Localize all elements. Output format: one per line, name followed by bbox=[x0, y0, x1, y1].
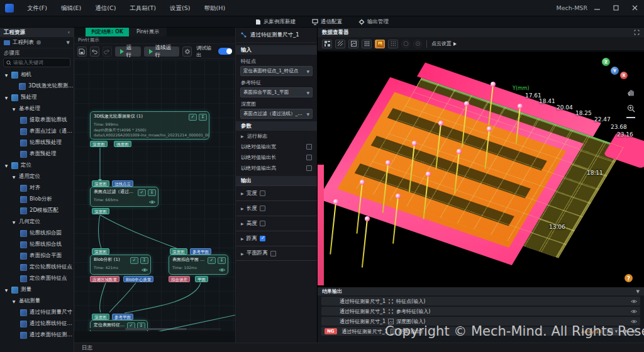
tree-group-basic-measure[interactable]: ▼基础测量 bbox=[0, 295, 74, 307]
port-out[interactable]: 强度图 bbox=[114, 141, 131, 147]
port-out[interactable]: 平面 bbox=[195, 276, 208, 282]
node-param-icon[interactable]: ↧ bbox=[199, 114, 207, 121]
node-check-icon[interactable]: ✓ bbox=[189, 114, 197, 121]
chevron-right-icon[interactable]: ▶ bbox=[241, 221, 244, 226]
menu-edit[interactable]: 编辑(E) bbox=[54, 0, 88, 16]
expand-icon[interactable] bbox=[634, 30, 640, 35]
tree-item[interactable]: 定位轮廓线特征点 bbox=[0, 261, 74, 273]
menu-settings[interactable]: 设置(S) bbox=[163, 0, 197, 16]
new-from-library-button[interactable]: 从案例库新建 bbox=[255, 18, 296, 26]
pointcloud-settings-button[interactable]: 点云设置 bbox=[431, 40, 457, 47]
tree-item[interactable]: Blob分析 bbox=[0, 194, 74, 205]
node-fit-plane[interactable]: 表面拟合平面 (1) ✓↧ Time: 102ms bbox=[169, 255, 228, 275]
port-in[interactable]: 参考平面 bbox=[190, 248, 211, 255]
run-flag-row[interactable]: ▶运行标志 bbox=[236, 131, 317, 141]
eye-icon[interactable] bbox=[631, 319, 637, 324]
gear-icon[interactable] bbox=[182, 47, 192, 57]
debug-output-toggle[interactable] bbox=[218, 48, 232, 55]
color-image-view-icon[interactable] bbox=[375, 40, 385, 48]
chevron-right-icon[interactable]: ▶ bbox=[241, 134, 245, 138]
tree-item[interactable]: 轮廓线预处理 bbox=[0, 137, 74, 148]
tree-group-locate[interactable]: ▼定位 bbox=[0, 160, 74, 171]
width-checkbox[interactable] bbox=[260, 190, 265, 196]
result-row[interactable]: 通过特征测量尺寸_1 特征点(输入) bbox=[321, 297, 640, 305]
abs-length-checkbox[interactable] bbox=[306, 155, 312, 160]
tab-pin-display[interactable]: Pin针展示 bbox=[129, 28, 167, 36]
tree-item[interactable]: 提取表面轮廓线 bbox=[0, 114, 74, 126]
scrollbar-thumb[interactable] bbox=[125, 328, 187, 330]
grid-view-icon[interactable] bbox=[322, 40, 332, 48]
plane-distance-checkbox[interactable] bbox=[270, 251, 276, 256]
hatch-view-icon[interactable] bbox=[335, 40, 345, 48]
dots2-view-icon[interactable] bbox=[388, 40, 398, 48]
eye-icon[interactable] bbox=[142, 268, 148, 272]
tree-item[interactable]: 通过表面特征测量... bbox=[0, 329, 74, 341]
node-graph-canvas[interactable]: 3D线激光轮廓测量仪 (1) ✓↧ Time: 999msdepth图像尺寸(4… bbox=[74, 60, 235, 331]
port-in[interactable]: 深度图 bbox=[92, 180, 109, 187]
result-row[interactable]: 通过特征测量尺寸_1 深度图(输入) bbox=[321, 317, 640, 326]
axis-z-gizmo[interactable]: Z bbox=[602, 58, 610, 66]
abs-width-checkbox[interactable] bbox=[306, 144, 312, 150]
reference-feature-select[interactable]: 表面拟合平面_1_平面▼ bbox=[240, 87, 313, 97]
port-out[interactable]: 拟合误差 bbox=[169, 276, 190, 282]
node-param-icon[interactable]: ↧ bbox=[218, 257, 226, 264]
project-list-row[interactable]: 工程列表 ▼ bbox=[0, 37, 74, 48]
tree-group-general-locate[interactable]: ▼通用定位 bbox=[0, 171, 74, 182]
eye-icon[interactable] bbox=[149, 200, 155, 204]
tree-item[interactable]: 通过特征测量尺寸 bbox=[0, 307, 74, 318]
redo-icon[interactable] bbox=[103, 47, 112, 57]
chevron-down-icon[interactable]: ▼ bbox=[67, 40, 70, 45]
eye-icon[interactable] bbox=[631, 329, 637, 334]
tree-group-basic[interactable]: ▼基本处理 bbox=[0, 103, 74, 114]
tree-item[interactable]: 表面点过滤（通过... bbox=[0, 126, 74, 137]
chevron-right-icon[interactable]: ▶ bbox=[241, 206, 244, 211]
abs-height-checkbox[interactable] bbox=[306, 165, 312, 171]
pan-hand-icon[interactable] bbox=[627, 88, 635, 96]
port-out[interactable]: 连通区域数量 bbox=[90, 276, 119, 282]
chevron-right-icon[interactable]: ▶ bbox=[241, 236, 244, 241]
undo-icon[interactable] bbox=[90, 47, 99, 57]
node-check-icon[interactable]: ✓ bbox=[138, 189, 146, 196]
chevron-right-icon[interactable]: ▶ bbox=[241, 191, 244, 195]
tree-item[interactable]: 定位表面特征点 bbox=[0, 273, 74, 284]
save-icon[interactable] bbox=[77, 47, 87, 57]
output-management-button[interactable]: 输出管理 bbox=[358, 18, 389, 26]
port-in[interactable]: 深度图 bbox=[92, 248, 109, 255]
port-in[interactable]: 参考平面 bbox=[112, 314, 133, 320]
orbit-icon[interactable] bbox=[401, 40, 410, 48]
port-in[interactable]: 法线点云 bbox=[112, 180, 133, 187]
tree-item[interactable]: 2D模板匹配 bbox=[0, 205, 74, 216]
tree-item[interactable]: 表面拟合平面 bbox=[0, 250, 74, 261]
depth-map-select[interactable]: 表面点过滤（通过法线）_1_深度图▼ bbox=[240, 109, 313, 119]
result-output-header[interactable]: 结果输出 ▼ bbox=[318, 287, 644, 295]
chevron-right-icon[interactable]: ▶ bbox=[241, 251, 244, 256]
filter-select[interactable]: All▼ bbox=[604, 328, 621, 335]
collapse-left-icon[interactable]: ‹ bbox=[68, 30, 70, 35]
tree-group-camera[interactable]: ▼相机 bbox=[0, 69, 74, 80]
log-bar[interactable]: 日志 bbox=[74, 343, 644, 352]
maximize-icon[interactable] bbox=[606, 0, 625, 16]
zoom-in-icon[interactable] bbox=[627, 104, 635, 113]
node-surface-filter[interactable]: 表面点过滤（通过法线） (1) ✓↧ Time: 665ms bbox=[90, 187, 158, 207]
tree-item[interactable]: 3D线激光轮廓测量仪 bbox=[0, 80, 74, 92]
tree-group-geometry-locate[interactable]: ▼几何定位 bbox=[0, 216, 74, 228]
tree-item[interactable]: 对齐 bbox=[0, 182, 74, 194]
distance-checkbox[interactable] bbox=[260, 236, 265, 241]
node-camera[interactable]: 3D线激光轮廓测量仪 (1) ✓↧ Time: 999msdepth图像尺寸(4… bbox=[90, 111, 209, 140]
step-search[interactable] bbox=[3, 58, 70, 67]
length-checkbox[interactable] bbox=[260, 206, 265, 211]
axis-x-gizmo[interactable]: X bbox=[620, 72, 628, 79]
dots-view-icon[interactable] bbox=[362, 40, 372, 48]
port-out[interactable]: 深度图 bbox=[92, 208, 109, 214]
node-check-icon[interactable]: ✓ bbox=[130, 257, 138, 264]
tree-item[interactable]: 轮廓线拟合圆 bbox=[0, 228, 74, 239]
tree-item[interactable]: 轮廓线拟合线 bbox=[0, 239, 74, 250]
target-icon[interactable] bbox=[413, 40, 422, 48]
menu-tools[interactable]: 工具箱(T) bbox=[123, 0, 163, 16]
tree-item[interactable]: 通过轮廓线特征测... bbox=[0, 318, 74, 329]
node-blob-analysis[interactable]: Blob分析 (1) ✓↧ Time: 421ms bbox=[90, 255, 151, 275]
eye-icon[interactable] bbox=[631, 299, 637, 304]
eye-icon[interactable] bbox=[219, 268, 225, 272]
search-input[interactable] bbox=[13, 60, 67, 65]
close-icon[interactable] bbox=[625, 0, 644, 16]
